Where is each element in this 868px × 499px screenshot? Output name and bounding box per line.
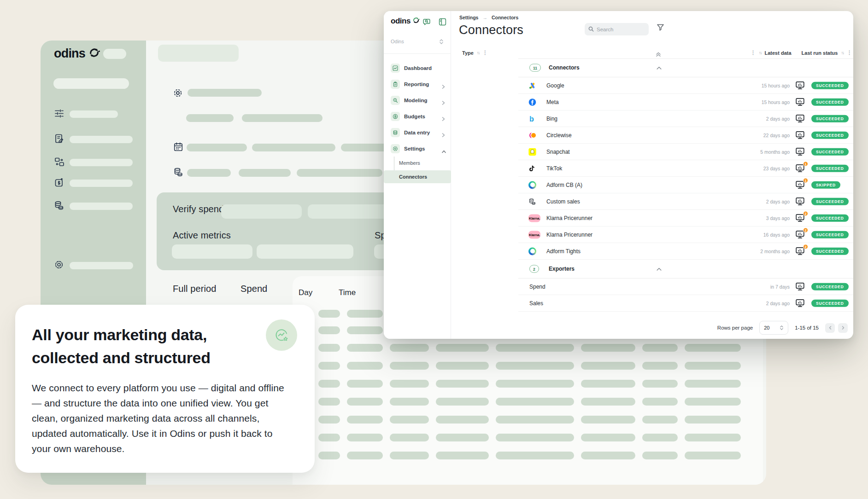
monitor-status-icon[interactable] (796, 147, 806, 156)
search-input[interactable] (597, 27, 645, 32)
placeholder-pill (581, 362, 635, 370)
tab-time[interactable]: Time (339, 288, 356, 297)
filter-icon[interactable] (657, 23, 664, 33)
previous-page-button[interactable] (825, 323, 835, 333)
nav-item-data-entry[interactable]: Data entry (384, 124, 451, 140)
placeholder-input[interactable] (308, 204, 388, 219)
chevron-up-icon[interactable] (657, 64, 662, 72)
column-header-type[interactable]: Type ↑↓ ⋮ (462, 50, 487, 56)
nav-item-budgets[interactable]: Budgets (384, 108, 451, 124)
table-row-circlewise[interactable]: Circlewise 22 days ago SUCCEEDED (518, 127, 853, 144)
table-row-adform-cb-a-[interactable]: Adform CB (A) 1 SKIPPED (518, 177, 853, 193)
monitor-status-icon[interactable] (796, 131, 806, 139)
monitor-status-icon[interactable]: 2 (796, 230, 806, 239)
latest-data-value: 22 days ago (693, 133, 790, 138)
monitor-status-icon[interactable] (796, 114, 806, 123)
sidebar-item[interactable] (54, 133, 133, 145)
table-row-meta[interactable]: Meta 15 hours ago SUCCEEDED (518, 94, 853, 110)
sidebar-item[interactable] (54, 108, 118, 120)
column-menu-icon[interactable]: ⋮ (847, 50, 852, 56)
table-row-adform-tights[interactable]: Adform Tights 2 months ago 2 SUCCEEDED (518, 243, 853, 260)
sidebar-item[interactable] (54, 177, 133, 189)
monitor-status-icon[interactable]: 2 (796, 247, 806, 255)
monitor-status-icon[interactable] (796, 299, 806, 308)
tab-day[interactable]: Day (299, 288, 312, 297)
workspace-select[interactable]: Odins (391, 39, 404, 44)
placeholder-pill (436, 434, 489, 441)
placeholder-pill (390, 398, 429, 406)
panel-toggle-icon[interactable] (439, 18, 446, 28)
sidebar-item[interactable] (54, 157, 133, 168)
group-header-connectors[interactable]: 11 Connectors (518, 58, 853, 77)
placeholder-pill (318, 326, 340, 334)
table-row-snapchat[interactable]: Snapchat 5 months ago SUCCEEDED (518, 144, 853, 160)
nav-item-settings[interactable]: Settings (384, 140, 451, 157)
sort-icon[interactable]: ↑↓ (477, 50, 480, 55)
card-body: We connect to every platform you use — d… (32, 381, 291, 457)
column-header-lastrun[interactable]: Last run status (802, 50, 838, 56)
latest-data-value: 16 days ago (693, 232, 790, 238)
placeholder-pill (318, 416, 340, 424)
placeholder-pill (390, 380, 429, 388)
rows-per-page-select[interactable]: 20 (759, 321, 788, 335)
table-row-spend[interactable]: Spend in 7 days SUCCEEDED (518, 279, 853, 295)
placeholder-input[interactable] (221, 204, 302, 219)
column-header-latest[interactable]: Latest data (765, 50, 792, 56)
placeholder-pill (496, 416, 574, 424)
table-row-custom-sales[interactable]: Custom sales 2 days ago SUCCEEDED (518, 193, 853, 210)
placeholder-pill (642, 380, 678, 388)
sort-icon[interactable]: ↑↓ (841, 50, 844, 55)
nav-item-dashboard[interactable]: Dashboard (384, 60, 451, 76)
placeholder-pill (436, 416, 489, 424)
placeholder-pill (496, 362, 574, 370)
monitor-status-icon[interactable]: 1 (796, 164, 806, 173)
chevron-up-icon[interactable] (657, 265, 662, 273)
connectors-table: 11 Connectors Google 15 hours ago SUCCEE… (518, 58, 853, 312)
latest-data-value: 2 days ago (693, 199, 790, 204)
monitor-status-icon[interactable] (796, 98, 806, 106)
table-row-klarna-pricerunner[interactable]: Klarna. Klarna Pricerunner 3 days ago 2 … (518, 210, 853, 226)
breadcrumb-settings[interactable]: Settings (459, 15, 478, 20)
placeholder-pill (496, 398, 574, 406)
monitor-status-icon[interactable] (796, 197, 806, 206)
group-header-exporters[interactable]: 2 Exporters (518, 260, 853, 279)
placeholder-pill (390, 452, 429, 459)
nav-item-modeling[interactable]: Modeling (384, 92, 451, 108)
monitor-status-icon[interactable]: 1 (796, 180, 806, 189)
placeholder-pill (347, 434, 383, 441)
placeholder-pill (390, 416, 429, 424)
sidebar-item[interactable] (54, 260, 133, 272)
table-row-tiktok[interactable]: TikTok 23 days ago 1 SUCCEEDED (518, 160, 853, 177)
placeholder-chip[interactable] (257, 244, 353, 259)
table-row-sales[interactable]: Sales 2 days ago SUCCEEDED (518, 295, 853, 312)
latest-data-value: 5 months ago (693, 149, 790, 155)
subnav-item-members[interactable]: Members (384, 157, 451, 169)
monitor-status-icon[interactable] (796, 81, 806, 90)
placeholder-pill (347, 326, 383, 334)
monitor-status-icon[interactable] (796, 282, 806, 291)
placeholder-pill (347, 362, 383, 370)
sidebar-item[interactable] (54, 200, 133, 212)
sort-icon[interactable]: ↑↓ (759, 50, 762, 55)
table-row-bing[interactable]: b Bing 2 days ago SUCCEEDED (518, 110, 853, 127)
status-badge: SUCCEEDED (811, 148, 849, 156)
column-menu-icon[interactable]: ⋮ (482, 50, 487, 56)
column-menu-icon[interactable]: ⋮ (751, 50, 756, 56)
subnav-item-connectors[interactable]: Connectors (384, 170, 451, 183)
status-badge: SUCCEEDED (811, 98, 849, 106)
placeholder-pill (70, 203, 133, 210)
next-page-button[interactable] (838, 323, 848, 333)
search-box[interactable] (585, 23, 649, 35)
placeholder-pill (642, 416, 678, 424)
placeholder-pill (186, 114, 234, 122)
connectors-panel: odins Odins (384, 11, 853, 339)
table-row-google[interactable]: Google 15 hours ago SUCCEEDED (518, 77, 853, 94)
collapse-all-icon[interactable] (656, 51, 661, 59)
placeholder-chip[interactable] (172, 244, 252, 259)
breadcrumb-connectors[interactable]: Connectors (492, 15, 518, 20)
table-row-klarna-pricerunner[interactable]: Klarna. Klarna Pricerunner 16 days ago 2… (518, 226, 853, 243)
placeholder-pill (496, 452, 574, 459)
monitor-status-icon[interactable]: 2 (796, 214, 806, 222)
nav-item-reporting[interactable]: Reporting (384, 76, 451, 92)
chat-search-icon[interactable] (422, 18, 431, 28)
